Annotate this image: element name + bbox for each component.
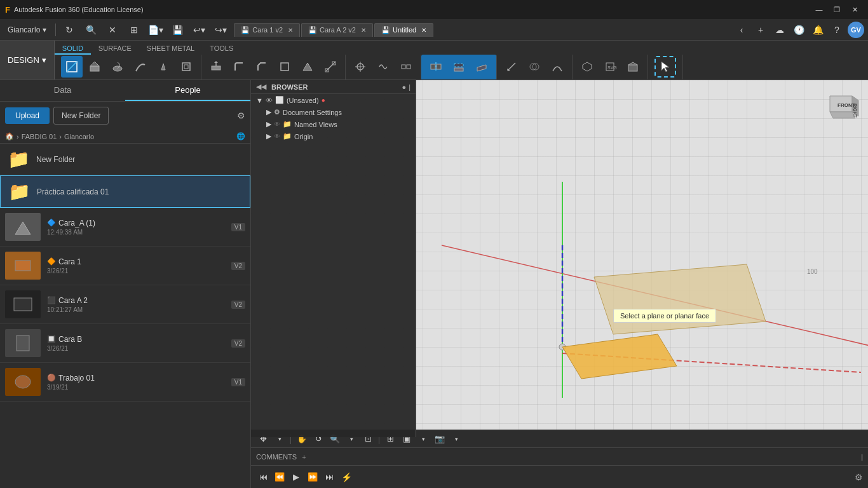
tab-sheet-metal[interactable]: SHEET METAL xyxy=(139,43,202,55)
browser-item-named-views[interactable]: ▶ 👁 📁 Named Views xyxy=(251,118,416,130)
tab-close[interactable]: ✕ xyxy=(361,27,366,34)
tab-untitled[interactable]: 💾 Untitled ✕ xyxy=(374,23,433,37)
timeline-settings[interactable]: ⚙ xyxy=(855,472,863,482)
redo-button[interactable]: ↪▾ xyxy=(212,22,229,38)
tab-close[interactable]: ✕ xyxy=(421,27,426,34)
joint-tool[interactable] xyxy=(349,56,371,78)
account-menu[interactable]: Giancarlo ▾ xyxy=(4,24,50,36)
comments-pin[interactable]: | xyxy=(861,453,863,461)
fillet-tool[interactable] xyxy=(228,56,250,78)
user-avatar[interactable]: GV xyxy=(848,22,864,38)
upload-button[interactable]: Upload xyxy=(5,107,50,124)
search-button[interactable]: 🔍 xyxy=(83,22,99,38)
undo-button[interactable]: ↩▾ xyxy=(191,22,207,38)
breadcrumb-fabdig[interactable]: FABDIG 01 xyxy=(22,133,57,140)
timeline-filter[interactable]: ⚡ xyxy=(341,472,352,482)
list-item[interactable]: 📁 New Folder xyxy=(0,144,250,175)
view-tool[interactable]: 📷 xyxy=(433,432,447,446)
restore-button[interactable]: ❐ xyxy=(829,3,845,16)
timeline-play[interactable]: ▶ xyxy=(289,470,303,484)
view-chevron[interactable]: ▾ xyxy=(449,432,463,446)
refresh-button[interactable]: ↻ xyxy=(61,22,78,38)
loft-tool[interactable] xyxy=(153,56,174,78)
list-item[interactable]: 🔲 Cara B 3/26/21 V2 xyxy=(0,324,250,363)
plane-at-angle-tool[interactable] xyxy=(471,56,492,78)
browser-collapse[interactable]: ◀◀ xyxy=(256,83,266,91)
revolve-tool[interactable] xyxy=(107,56,128,78)
tab-tools[interactable]: TOOLS xyxy=(202,43,241,55)
version-badge[interactable]: V1 xyxy=(231,378,245,386)
grid-button[interactable]: ⊞ xyxy=(126,22,142,38)
list-item[interactable]: 🔷 Cara_A (1) 12:49:38 AM V1 xyxy=(0,208,250,247)
bell-button[interactable]: 🔔 xyxy=(810,22,826,38)
new-tab-button[interactable]: + xyxy=(752,22,769,38)
sweep-tool[interactable] xyxy=(130,56,151,78)
close-panel-button[interactable]: ✕ xyxy=(104,22,121,38)
tab-solid[interactable]: SOLID xyxy=(55,43,91,55)
help-button[interactable]: ? xyxy=(829,22,845,38)
browser-item-unsaved[interactable]: ▼ 👁 ⬜ (Unsaved) ● xyxy=(251,94,416,106)
record-icon[interactable]: ● xyxy=(322,97,325,104)
browser-pin[interactable]: | xyxy=(409,83,410,91)
sketch-tool[interactable] xyxy=(61,56,83,78)
list-item[interactable]: ⬛ Cara A 2 10:21:27 AM V2 xyxy=(0,285,250,324)
decal-tool[interactable] xyxy=(622,56,644,78)
scale-tool[interactable] xyxy=(320,56,341,78)
tab-surface[interactable]: SURFACE xyxy=(91,43,139,55)
list-item[interactable]: 📁 Práctica calificada 01 xyxy=(0,175,250,208)
offset-plane-tool[interactable] xyxy=(448,56,470,78)
browser-menu[interactable]: ● xyxy=(402,83,406,91)
timeline-prev[interactable]: ⏪ xyxy=(273,470,287,484)
curvature-tool[interactable] xyxy=(546,56,568,78)
design-workspace-button[interactable]: DESIGN ▾ xyxy=(0,41,55,79)
chamfer-tool[interactable] xyxy=(251,56,273,78)
browser-item-origin[interactable]: ▶ 👁 📁 Origin xyxy=(251,130,416,142)
interference-tool[interactable] xyxy=(524,56,545,78)
draft-tool[interactable] xyxy=(297,56,318,78)
visibility-icon[interactable]: 👁 xyxy=(274,133,280,140)
timeline-start[interactable]: ⏮ xyxy=(256,470,270,484)
version-badge[interactable]: V2 xyxy=(231,339,245,348)
clock-button[interactable]: 🕐 xyxy=(790,22,807,38)
data-tab[interactable]: Data xyxy=(0,80,125,101)
version-badge[interactable]: V2 xyxy=(231,262,245,270)
close-button[interactable]: ✕ xyxy=(846,3,863,16)
shell-tool[interactable] xyxy=(175,56,197,78)
measure-tool[interactable] xyxy=(501,56,522,78)
new-folder-button[interactable]: New Folder xyxy=(53,107,109,125)
tab-caraa2v2[interactable]: 💾 Cara A 2 v2 ✕ xyxy=(301,23,373,37)
visibility-icon[interactable]: 👁 xyxy=(274,121,280,128)
tab-cara1v2[interactable]: 💾 Cara 1 v2 ✕ xyxy=(234,23,300,37)
visibility-icon[interactable]: 👁 xyxy=(266,97,273,104)
panel-settings-icon[interactable]: ⚙ xyxy=(237,111,245,121)
shell2-tool[interactable] xyxy=(274,56,295,78)
save-button[interactable]: 💾 xyxy=(169,22,186,38)
midplane-tool[interactable] xyxy=(425,56,447,78)
add-comment-icon[interactable]: + xyxy=(302,453,306,461)
cloud-button[interactable]: ☁ xyxy=(771,22,788,38)
motion-tool[interactable] xyxy=(372,56,394,78)
timeline-next[interactable]: ⏩ xyxy=(306,470,320,484)
press-pull-tool[interactable] xyxy=(205,56,227,78)
select-tool[interactable] xyxy=(654,56,676,78)
view-cube[interactable]: FRONT RIGHT xyxy=(820,86,862,128)
insert-svg-tool[interactable]: SVG xyxy=(599,56,621,78)
contact-tool[interactable] xyxy=(395,56,417,78)
browser-item-doc-settings[interactable]: ▶ ⚙ Document Settings xyxy=(251,106,416,118)
minimize-button[interactable]: — xyxy=(811,3,827,16)
file-menu[interactable]: 📄▾ xyxy=(147,22,164,38)
extrude-tool[interactable] xyxy=(84,56,105,78)
nav-back[interactable]: ‹ xyxy=(733,22,750,38)
version-badge[interactable]: V1 xyxy=(231,223,245,231)
people-tab[interactable]: People xyxy=(125,80,250,101)
timeline-end[interactable]: ⏭ xyxy=(322,470,336,484)
globe-icon[interactable]: 🌐 xyxy=(236,132,245,140)
breadcrumb-giancarlo[interactable]: Giancarlo xyxy=(64,133,94,140)
list-item[interactable]: 🔶 Cara 1 3/26/21 V2 xyxy=(0,247,250,285)
display-chevron[interactable]: ▾ xyxy=(416,432,430,446)
breadcrumb-home[interactable]: 🏠 xyxy=(5,132,14,140)
version-badge[interactable]: V2 xyxy=(231,301,245,309)
list-item[interactable]: 🟤 Trabajo 01 3/19/21 V1 xyxy=(0,363,250,402)
tab-close[interactable]: ✕ xyxy=(288,27,293,34)
insert-mesh-tool[interactable] xyxy=(576,56,598,78)
